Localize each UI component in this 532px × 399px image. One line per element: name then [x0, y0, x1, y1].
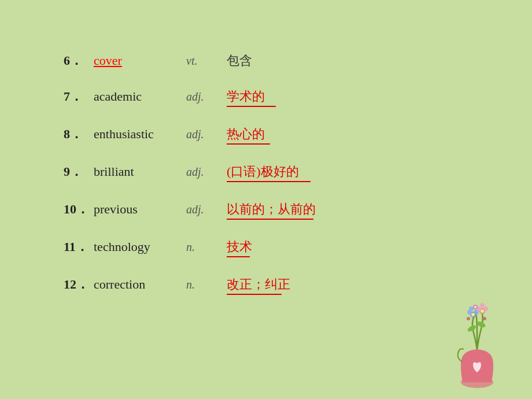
- vocab-row-10: 10． previous adj. 以前的；从前的: [64, 201, 411, 220]
- row-meaning-11: 技术: [227, 238, 252, 257]
- vocab-row-6: 6． cover vt. 包含: [64, 52, 411, 69]
- underline-12: [227, 294, 282, 295]
- vocab-row-9: 9． brilliant adj. (口语)极好的: [64, 163, 411, 182]
- underline-8: [227, 143, 270, 145]
- underline-11: [227, 256, 250, 257]
- svg-point-14: [474, 306, 476, 308]
- vocab-row-12: 12． correction n. 改正；纠正: [64, 276, 411, 295]
- row-num-8: 8．: [64, 125, 94, 143]
- row-num-6: 6．: [64, 52, 94, 69]
- row-pos-11: n.: [186, 241, 227, 254]
- row-num-10: 10．: [64, 201, 94, 218]
- vocab-list: 6． cover vt. 包含 7． academic adj. 学术的 8． …: [64, 52, 411, 313]
- underline-10: [227, 219, 313, 220]
- row-meaning-12: 改正；纠正: [227, 276, 290, 295]
- row-pos-9: adj.: [186, 165, 227, 179]
- vocab-row-8: 8． enthusiastic adj. 热心的: [64, 125, 411, 145]
- row-meaning-9: (口语)极好的: [227, 163, 311, 182]
- row-pos-8: adj.: [186, 128, 227, 141]
- row-word-12: correction: [94, 277, 186, 292]
- vocab-row-7: 7． academic adj. 学术的: [64, 88, 411, 107]
- row-word-7: academic: [94, 89, 186, 104]
- svg-point-6: [469, 306, 474, 311]
- svg-point-15: [467, 317, 470, 320]
- row-pos-10: adj.: [186, 203, 227, 216]
- underline-7: [227, 106, 276, 107]
- svg-point-11: [480, 303, 485, 308]
- row-meaning-10: 以前的；从前的: [227, 201, 316, 220]
- row-meaning-6: 包含: [227, 52, 411, 69]
- row-word-8: enthusiastic: [94, 127, 186, 142]
- row-num-12: 12．: [64, 276, 94, 293]
- row-num-7: 7．: [64, 88, 94, 105]
- row-word-10: previous: [94, 202, 186, 217]
- row-meaning-7: 学术的: [227, 88, 276, 107]
- row-word-6: cover: [94, 53, 186, 68]
- svg-point-10: [483, 306, 488, 311]
- row-word-9: brilliant: [94, 164, 186, 179]
- decoration: [434, 287, 520, 393]
- row-pos-12: n.: [186, 278, 227, 291]
- row-word-11: technology: [94, 239, 186, 254]
- row-meaning-8: 热心的: [227, 125, 270, 145]
- svg-point-16: [483, 317, 486, 320]
- svg-point-12: [481, 309, 484, 313]
- svg-point-7: [471, 313, 475, 316]
- row-num-9: 9．: [64, 163, 94, 180]
- vocab-row-11: 11． technology n. 技术: [64, 238, 411, 257]
- row-pos-6: vt.: [186, 54, 227, 68]
- row-pos-7: adj.: [186, 90, 227, 104]
- underline-9: [227, 181, 311, 182]
- row-num-11: 11．: [64, 238, 94, 256]
